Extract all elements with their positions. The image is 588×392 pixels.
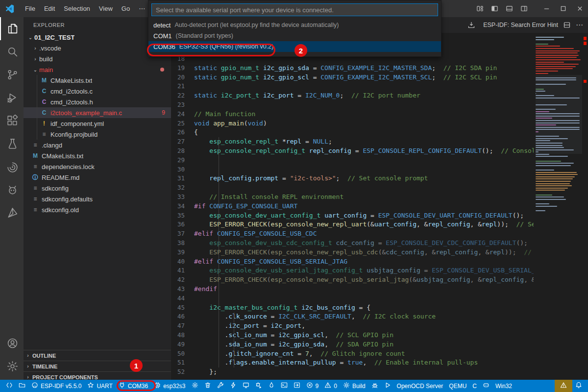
code-line-36[interactable]: 36 ESP_ERROR_CHECK(esp_console_new_repl_… <box>171 220 534 229</box>
code-line-30[interactable]: 30 <box>171 165 534 174</box>
status-language-mode[interactable]: C <box>469 380 480 392</box>
code-line-35[interactable]: 35 esp_console_dev_uart_config_t uart_co… <box>171 211 534 220</box>
code-line-40[interactable]: 40#elif CONFIG_ESP_CONSOLE_USB_SERIAL_JT… <box>171 257 534 267</box>
tree-file-Kconfig.projbuild[interactable]: ≡Kconfig.projbuild <box>24 129 171 140</box>
quickpick-item-com1[interactable]: COM1(Standard port types) <box>148 30 441 41</box>
minimap[interactable] <box>536 37 582 380</box>
menu-[interactable]: ⋯ <box>134 0 149 17</box>
status-notifications[interactable] <box>572 380 585 392</box>
tree-file-cmd_i2ctools.c[interactable]: Ccmd_i2ctools.c <box>24 86 171 97</box>
code-line-46[interactable]: 46 .clk_source = I2C_CLK_SRC_DEFAULT, //… <box>171 312 534 321</box>
status-build-task[interactable] <box>214 380 227 392</box>
tree-file-CMakeLists.txt[interactable]: MCMakeLists.txt <box>24 150 171 161</box>
customize-layout-icon[interactable] <box>472 0 487 17</box>
status-full-clean[interactable] <box>201 380 214 392</box>
toggle-secondary-sidebar-icon[interactable] <box>516 0 531 17</box>
status-qemu-status[interactable]: QEMU <box>446 380 469 392</box>
status-monitor-task[interactable] <box>240 380 252 392</box>
code-line-33[interactable]: 33 // Install console REPL environment <box>171 193 534 202</box>
tree-file-cmd_i2ctools.h[interactable]: Ccmd_i2ctools.h <box>24 97 171 107</box>
code-line-34[interactable]: 34#if CONFIG_ESP_CONSOLE_UART <box>171 202 534 211</box>
toggle-panel-icon[interactable] <box>502 0 516 17</box>
status-esp-idf-version[interactable]: ESP-IDF v5.5.0 <box>28 380 84 392</box>
tree-file-sdkconfig[interactable]: ≡sdkconfig <box>24 183 171 194</box>
activity-search-icon[interactable] <box>0 40 24 63</box>
code-line-52[interactable]: 52 }; <box>171 368 534 377</box>
tree-file-CMakeLists.txt[interactable]: MCMakeLists.txt <box>24 75 171 86</box>
status-open-folder[interactable] <box>16 380 28 392</box>
activity-source-control-icon[interactable] <box>0 63 24 86</box>
quickpick-item-detect[interactable]: detectAuto-detect port (let esptool.py f… <box>148 20 441 30</box>
activity-accounts-icon[interactable] <box>0 332 24 355</box>
activity-debug-adapter-icon[interactable] <box>0 178 24 201</box>
code-line-31[interactable]: 31 repl_config.prompt = "i2c-tools>"; //… <box>171 174 534 183</box>
code-line-50[interactable]: 50 .glitch_ignore_cnt = 7, // Glitch ign… <box>171 349 534 359</box>
code-line-51[interactable]: 51 .flags.enable_internal_pullup = true,… <box>171 358 534 368</box>
status-flash-task[interactable] <box>227 380 240 392</box>
status-debug-task[interactable] <box>252 380 265 392</box>
activity-cmake-tools-icon[interactable] <box>0 201 24 224</box>
status-problems-warnings[interactable]: 0 <box>321 380 340 392</box>
maximize-icon[interactable] <box>555 0 571 17</box>
activity-settings-icon[interactable] <box>0 355 24 378</box>
split-editor-icon[interactable] <box>563 21 571 29</box>
status-openocd-server[interactable]: OpenOCD Server <box>394 380 446 392</box>
code-line-29[interactable]: 29 <box>171 156 534 165</box>
section-timeline[interactable]: ›TIMELINE <box>24 361 171 371</box>
code-line-44[interactable]: 44 <box>171 294 534 303</box>
code-line-32[interactable]: 32 <box>171 183 534 193</box>
activity-run-and-debug-icon[interactable] <box>0 86 24 109</box>
status-problems-errors[interactable]: 9 <box>303 380 322 392</box>
code-line-37[interactable]: 37#elif CONFIG_ESP_CONSOLE_USB_CDC <box>171 229 534 239</box>
tree-file-README.md[interactable]: ⓘREADME.md <box>24 172 171 183</box>
status-cmake-build[interactable]: Build <box>340 380 368 392</box>
status-export-task[interactable] <box>291 380 303 392</box>
menu-file[interactable]: File <box>21 0 40 17</box>
code-line-39[interactable]: 39 ESP_ERROR_CHECK(esp_console_new_repl_… <box>171 248 534 257</box>
code-line-21[interactable]: 21 <box>171 82 534 91</box>
toggle-primary-sidebar-icon[interactable] <box>487 0 502 17</box>
status-platform-status[interactable]: Win32 <box>492 380 515 392</box>
code-line-23[interactable]: 23 <box>171 100 534 110</box>
status-copilot-status[interactable] <box>480 380 492 392</box>
tree-file-dependencies.lock[interactable]: ≡dependencies.lock <box>24 161 171 172</box>
section-outline[interactable]: ›OUTLINE <box>24 350 171 361</box>
tree-file-sdkconfig.defaults[interactable]: ≡sdkconfig.defaults <box>24 194 171 204</box>
code-line-47[interactable]: 47 .i2c_port = i2c_port, <box>171 321 534 331</box>
status-remote-indicator[interactable] <box>3 380 16 392</box>
status-qemu-task[interactable] <box>265 380 278 392</box>
code-line-24[interactable]: 24// Main function <box>171 110 534 119</box>
status-device-target[interactable]: esp32s3 <box>151 380 188 392</box>
code-line-28[interactable]: 28 esp_console_repl_config_t repl_config… <box>171 147 534 156</box>
code-line-22[interactable]: 22static i2c_port_t i2c_port = I2C_NUM_0… <box>171 91 534 100</box>
code-line-48[interactable]: 48 .scl_io_num = i2c_gpio_scl, // SCL GP… <box>171 331 534 340</box>
tree-file-idf_component.yml[interactable]: !idf_component.yml <box>24 118 171 129</box>
activity-extensions-icon[interactable] <box>0 109 24 132</box>
code-line-45[interactable]: 45 i2c_master_bus_config_t i2c_bus_confi… <box>171 303 534 313</box>
code-line-42[interactable]: 42 ESP_ERROR_CHECK(esp_console_new_repl_… <box>171 275 534 285</box>
code-line-27[interactable]: 27 esp_console_repl_t *repl = NULL; <box>171 137 534 147</box>
status-extension-warning[interactable] <box>555 380 572 392</box>
code-line-26[interactable]: 26{ <box>171 128 534 137</box>
menu-view[interactable]: View <box>95 0 117 17</box>
close-icon[interactable] <box>571 0 588 17</box>
code-line-49[interactable]: 49 .sda_io_num = i2c_gpio_sda, // SDA GP… <box>171 340 534 349</box>
code-line-38[interactable]: 38 esp_console_dev_usb_cdc_config_t cdc_… <box>171 239 534 248</box>
code-line-20[interactable]: 20static gpio_num_t i2c_gpio_scl = CONFI… <box>171 73 534 82</box>
code-line-43[interactable]: 43#endif <box>171 285 534 294</box>
status-flash-method[interactable]: UART <box>84 380 115 392</box>
code-line-25[interactable]: 25void app_main(void) <box>171 119 534 128</box>
tree-folder-main[interactable]: ⌄main <box>24 64 171 75</box>
code-pane[interactable]: 1819static gpio_num_t i2c_gpio_sda = CON… <box>171 33 534 380</box>
quickpick-input[interactable] <box>152 4 438 16</box>
overview-ruler[interactable] <box>582 17 588 364</box>
minimize-icon[interactable] <box>538 0 555 17</box>
status-terminal-task[interactable] <box>278 380 291 392</box>
activity-esp-idf-explorer-icon[interactable] <box>0 155 24 178</box>
status-sdk-configuration[interactable] <box>189 380 201 392</box>
menu-edit[interactable]: Edit <box>40 0 59 17</box>
menu-go[interactable]: Go <box>117 0 134 17</box>
code-line-41[interactable]: 41 esp_console_dev_usb_serial_jtag_confi… <box>171 266 534 275</box>
activity-explorer-icon[interactable] <box>0 17 24 40</box>
quickpick-input-box[interactable] <box>151 3 438 16</box>
